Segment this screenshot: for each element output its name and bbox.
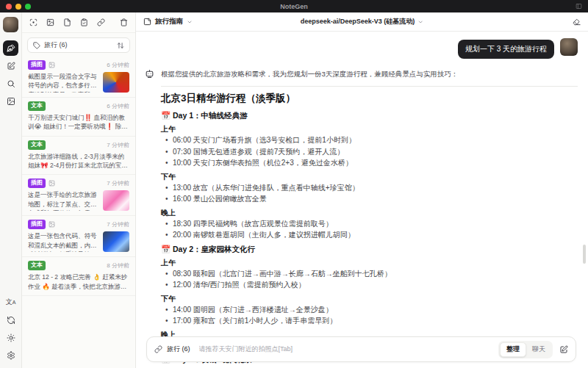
chat-input-bar[interactable]: 旅行 (6) 请推荐天安门附近的拍照点[Tab] 整理 聊天	[146, 336, 576, 362]
doc-bullet-item: 08:30 颐和园（北宫门进→画中游→长廊→石舫→坐船到十七孔桥）	[161, 269, 575, 280]
rail-item-theme[interactable]	[3, 330, 18, 345]
rail-item-record[interactable]	[3, 40, 18, 56]
note-timestamp: 6 分钟前	[107, 61, 129, 69]
doc-bullet-item: 06:00 天安门广场看升旗（选3号安检口，提前1小时到）	[161, 135, 575, 146]
doc-bullet-item: 16:00 景山公园俯瞰故宫全景	[161, 194, 575, 205]
mode-organize-button[interactable]: 整理	[500, 342, 526, 357]
rail-item-settings[interactable]	[3, 347, 18, 363]
note-preview-text: 这是一张包含代码、符号和混乱文本的截图，内容难以解读，似乎涉及技术...	[28, 231, 98, 252]
doc-time-label: 上午	[161, 124, 575, 134]
tag-filter-select[interactable]: 旅行 (6)	[27, 37, 130, 53]
tag-icon	[33, 42, 40, 49]
note-preview-text: 北京 12 - 2 攻略已完善 👌 赶紧来抄作业 🔥 趁着淡季，快把北京旅游攻略…	[28, 273, 129, 291]
zoom-button[interactable]	[25, 4, 31, 10]
note-item[interactable]: 插图7 分钟前这是一张手绘的北京旅游地图，标注了景点、交通方式和门票价格，如天安…	[22, 175, 135, 216]
rail-item-translate[interactable]: 文A	[3, 295, 18, 310]
trash-icon[interactable]	[120, 18, 128, 26]
message-divider	[161, 86, 578, 87]
note-timestamp: 7 分钟前	[107, 220, 129, 228]
doc-bullet-item: 17:00 雍和宫（关门前1小时人少，请手串需早到）	[161, 316, 575, 327]
note-timestamp: 6 分钟前	[107, 102, 129, 110]
note-type-badge: 插图	[28, 60, 46, 70]
note-item[interactable]: 文本6 分钟前千万别进天安门城门‼️ 血和泪的教训😭 姐妹们！一定要听劝哦❗ 除…	[22, 98, 135, 137]
doc-day-heading: 📅 Day 2：皇家园林文化行	[161, 245, 575, 255]
insert-file-icon[interactable]	[63, 18, 71, 26]
note-item[interactable]: 插图7 分钟前这是一张包含代码、符号和混乱文本的截图，内容难以解读，似乎涉及技术…	[22, 216, 135, 257]
tag-filter-label: 旅行 (6)	[44, 40, 68, 50]
scrollbar-thumb[interactable]	[583, 245, 586, 264]
notegen-window: NoteGen 文A	[0, 0, 588, 368]
record-toolbar	[22, 12, 135, 33]
panel-toggle-icon[interactable]	[576, 3, 582, 10]
chevron-down-icon	[187, 19, 193, 25]
note-type-badge: 文本	[28, 261, 46, 270]
image-icon	[7, 97, 15, 106]
insert-image-icon[interactable]	[46, 18, 54, 26]
assistant-message-row: 根据您提供的北京旅游攻略和需求，我为您规划一份3天深度游行程，兼顾经典景点与实用…	[145, 68, 578, 79]
chat-scroll-area[interactable]: 规划一下 3 天的旅游行程 根据您提供的北京旅游攻略和需求，我为您规划一份3天深…	[136, 32, 588, 368]
doc-heading: 北京3日精华游行程（淡季版）	[161, 92, 575, 105]
link-icon	[154, 345, 162, 353]
rail-item-gallery[interactable]	[3, 93, 18, 109]
user-message-row: 规划一下 3 天的旅游行程	[145, 38, 578, 59]
note-icon	[143, 18, 151, 26]
note-preview-text: 北京旅游详细路线，2-3月淡季来的姐妹🎀 2-4月份打算来北京玩的宝子 不用再翻…	[28, 152, 129, 170]
image-icon	[49, 62, 55, 68]
itinerary-document: 北京3日精华游行程（淡季版）📅 Day 1：中轴线经典游上午06:00 天安门广…	[161, 92, 578, 365]
input-tag-label[interactable]: 旅行 (6)	[167, 344, 190, 354]
doc-time-label: 下午	[161, 294, 575, 304]
left-rail: 文A	[0, 12, 22, 368]
user-avatar[interactable]	[3, 17, 18, 32]
doc-bullet-item: 07:30 国博无包通道参观（提前7天预约，避开人流）	[161, 147, 575, 158]
image-icon	[49, 221, 55, 228]
chat-input-placeholder[interactable]: 请推荐天安门附近的拍照点[Tab]	[199, 344, 499, 354]
user-avatar	[560, 38, 578, 56]
screenshot-capture-icon[interactable]	[29, 18, 37, 26]
assistant-bot-icon	[145, 69, 155, 79]
note-item[interactable]: 文本7 分钟前北京旅游详细路线，2-3月淡季来的姐妹🎀 2-4月份打算来北京玩的…	[22, 137, 135, 176]
close-button[interactable]	[6, 4, 12, 10]
note-timestamp: 8 分钟前	[107, 261, 129, 270]
mode-chat-button[interactable]: 聊天	[526, 343, 551, 356]
note-type-badge: 插图	[28, 178, 46, 188]
notes-list: 插图6 分钟前截图显示一段混合文字与符号的内容，包含多行无序排列的字母、数字和符…	[22, 57, 135, 368]
model-label: deepseek-ai/DeepSeek-V3 (硅基流动)	[301, 17, 415, 26]
note-item[interactable]: 文本8 分钟前北京 12 - 2 攻略已完善 👌 赶紧来抄作业 🔥 趁着淡季，快…	[22, 257, 135, 296]
chevron-down-icon	[417, 19, 423, 25]
doc-bullet-item: 18:30 四季民福烤鸭（故宫店观景位需提前取号）	[161, 219, 575, 230]
model-selector[interactable]: deepseek-ai/DeepSeek-V3 (硅基流动)	[301, 17, 424, 26]
main-panel: 旅行指南 deepseek-ai/DeepSeek-V3 (硅基流动) 规划一下…	[136, 12, 588, 368]
doc-bullet-item: 13:00 故宫（从东华门进免排队，重点看中轴线+珍宝馆）	[161, 183, 575, 194]
sun-icon	[7, 333, 15, 342]
doc-bullet-item: 20:00 南锣鼓巷逛胡同（主街人多，建议拐进帽儿胡同）	[161, 230, 575, 241]
note-thumbnail	[103, 231, 129, 252]
translate-icon: 文A	[6, 299, 16, 306]
note-item[interactable]: 插图6 分钟前截图显示一段混合文字与符号的内容，包含多行无序排列的字母、数字和符…	[22, 57, 135, 98]
doc-bullet-item: 14:00 圆明园（东门进→西洋楼遗址→全景沙盘）	[161, 305, 575, 316]
doc-bullet-item: 10:00 天安门东侧华表拍照（机位2+3，避免过金水桥）	[161, 158, 575, 169]
minimize-button[interactable]	[15, 4, 21, 10]
doc-bullet-item: 12:00 清华/西门拍照（需提前预约入校）	[161, 280, 575, 291]
rail-item-write[interactable]	[3, 58, 18, 73]
doc-time-label: 下午	[161, 172, 575, 182]
note-type-badge: 插图	[28, 220, 46, 229]
rail-item-search[interactable]	[3, 76, 18, 91]
note-title-dropdown[interactable]: 旅行指南	[143, 17, 193, 26]
rail-item-sync[interactable]	[3, 312, 18, 328]
doc-time-label: 上午	[161, 258, 575, 268]
traffic-lights	[6, 4, 31, 10]
mode-switch: 整理 聊天	[498, 341, 553, 358]
clear-chat-icon[interactable]	[573, 18, 581, 26]
sort-icon[interactable]	[117, 42, 124, 49]
send-compose-icon[interactable]	[559, 345, 568, 354]
clipboard-icon[interactable]	[80, 18, 88, 26]
doc-time-label: 晚上	[161, 208, 575, 218]
note-preview-text: 这是一张手绘的北京旅游地图，标注了景点、交通方式和门票价格，如天安...	[28, 190, 98, 211]
gear-icon	[7, 351, 15, 360]
search-icon	[7, 79, 15, 88]
main-header: 旅行指南 deepseek-ai/DeepSeek-V3 (硅基流动)	[136, 12, 588, 32]
assistant-intro-text: 根据您提供的北京旅游攻略和需求，我为您规划一份3天深度游行程，兼顾经典景点与实用…	[161, 68, 458, 79]
insert-link-icon[interactable]	[97, 18, 105, 26]
note-thumbnail	[103, 72, 129, 93]
pen-icon	[7, 44, 15, 53]
